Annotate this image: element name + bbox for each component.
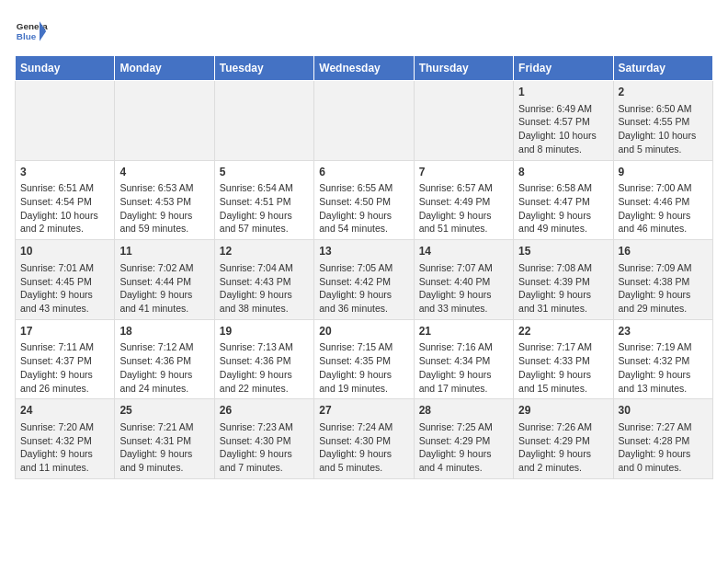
day-detail: Daylight: 9 hours and 19 minutes. <box>319 368 408 395</box>
day-detail: Sunset: 4:50 PM <box>319 195 408 209</box>
day-detail: Daylight: 9 hours and 36 minutes. <box>319 288 408 315</box>
day-detail: Sunrise: 7:17 AM <box>518 340 608 354</box>
day-detail: Sunrise: 7:19 AM <box>619 340 708 354</box>
calendar-cell: 22Sunrise: 7:17 AMSunset: 4:33 PMDayligh… <box>514 319 613 399</box>
day-detail: Daylight: 9 hours and 13 minutes. <box>619 368 708 395</box>
calendar-cell <box>414 81 513 161</box>
day-detail: Sunrise: 7:16 AM <box>419 340 508 354</box>
calendar-cell <box>314 81 414 161</box>
day-detail: Daylight: 9 hours and 24 minutes. <box>119 368 209 395</box>
day-detail: Sunrise: 6:57 AM <box>419 181 508 195</box>
day-detail: Daylight: 9 hours and 41 minutes. <box>119 288 209 315</box>
day-detail: Daylight: 10 hours and 8 minutes. <box>518 129 608 155</box>
day-detail: Sunset: 4:29 PM <box>419 434 508 448</box>
calendar-cell: 24Sunrise: 7:20 AMSunset: 4:32 PMDayligh… <box>16 399 115 479</box>
day-detail: Sunset: 4:32 PM <box>619 354 708 368</box>
day-detail: Daylight: 9 hours and 9 minutes. <box>119 447 209 474</box>
day-number: 11 <box>119 244 209 259</box>
calendar-cell <box>214 81 313 161</box>
day-detail: Sunset: 4:47 PM <box>518 195 608 209</box>
day-detail: Sunset: 4:55 PM <box>619 115 708 129</box>
calendar-cell: 29Sunrise: 7:26 AMSunset: 4:29 PMDayligh… <box>514 399 613 479</box>
day-detail: Sunrise: 7:08 AM <box>518 261 608 275</box>
day-detail: Daylight: 10 hours and 2 minutes. <box>20 209 109 236</box>
day-number: 20 <box>319 324 408 339</box>
calendar-cell: 23Sunrise: 7:19 AMSunset: 4:32 PMDayligh… <box>613 319 712 399</box>
day-detail: Sunrise: 7:00 AM <box>619 181 708 195</box>
day-detail: Daylight: 9 hours and 51 minutes. <box>419 209 508 236</box>
day-detail: Sunset: 4:33 PM <box>518 354 608 368</box>
day-detail: Sunset: 4:54 PM <box>20 195 109 209</box>
day-number: 6 <box>319 165 408 180</box>
column-header-friday: Friday <box>514 56 613 81</box>
day-detail: Daylight: 9 hours and 4 minutes. <box>419 447 508 474</box>
calendar-cell: 10Sunrise: 7:01 AMSunset: 4:45 PMDayligh… <box>16 240 115 320</box>
calendar-cell: 30Sunrise: 7:27 AMSunset: 4:28 PMDayligh… <box>613 399 712 479</box>
calendar-table: SundayMondayTuesdayWednesdayThursdayFrid… <box>15 55 713 479</box>
day-number: 28 <box>419 403 508 419</box>
day-detail: Sunset: 4:46 PM <box>619 195 708 209</box>
calendar-cell: 13Sunrise: 7:05 AMSunset: 4:42 PMDayligh… <box>314 240 414 320</box>
day-detail: Sunrise: 7:23 AM <box>220 420 309 434</box>
calendar-cell: 2Sunrise: 6:50 AMSunset: 4:55 PMDaylight… <box>613 81 712 161</box>
day-detail: Sunset: 4:30 PM <box>319 434 408 448</box>
day-detail: Daylight: 9 hours and 43 minutes. <box>20 288 109 315</box>
column-header-tuesday: Tuesday <box>214 56 313 81</box>
day-detail: Daylight: 9 hours and 15 minutes. <box>518 368 608 395</box>
day-detail: Sunrise: 7:21 AM <box>119 420 209 434</box>
day-number: 13 <box>319 244 408 259</box>
day-detail: Sunset: 4:42 PM <box>319 275 408 289</box>
day-detail: Daylight: 9 hours and 33 minutes. <box>419 288 508 315</box>
day-detail: Sunset: 4:44 PM <box>119 275 209 289</box>
day-detail: Daylight: 9 hours and 29 minutes. <box>619 288 708 315</box>
calendar-cell: 27Sunrise: 7:24 AMSunset: 4:30 PMDayligh… <box>314 399 414 479</box>
day-detail: Daylight: 9 hours and 38 minutes. <box>220 288 309 315</box>
day-detail: Sunrise: 7:20 AM <box>20 420 109 434</box>
day-detail: Sunset: 4:49 PM <box>419 195 508 209</box>
logo-icon: General Blue <box>15 15 48 48</box>
day-detail: Sunset: 4:29 PM <box>518 434 608 448</box>
day-number: 25 <box>119 403 209 419</box>
day-detail: Sunset: 4:51 PM <box>220 195 309 209</box>
column-header-wednesday: Wednesday <box>314 56 414 81</box>
calendar-cell: 19Sunrise: 7:13 AMSunset: 4:36 PMDayligh… <box>214 319 313 399</box>
calendar-cell: 26Sunrise: 7:23 AMSunset: 4:30 PMDayligh… <box>214 399 313 479</box>
day-detail: Sunrise: 6:53 AM <box>119 181 209 195</box>
day-number: 21 <box>419 324 508 339</box>
day-detail: Daylight: 9 hours and 7 minutes. <box>220 447 309 474</box>
day-detail: Sunset: 4:57 PM <box>518 115 608 129</box>
day-detail: Sunset: 4:40 PM <box>419 275 508 289</box>
day-detail: Sunset: 4:32 PM <box>20 434 109 448</box>
day-number: 30 <box>619 403 708 419</box>
calendar-cell: 14Sunrise: 7:07 AMSunset: 4:40 PMDayligh… <box>414 240 513 320</box>
day-detail: Sunrise: 7:05 AM <box>319 261 408 275</box>
week-row-3: 10Sunrise: 7:01 AMSunset: 4:45 PMDayligh… <box>16 240 713 320</box>
day-detail: Sunrise: 7:01 AM <box>20 261 109 275</box>
day-detail: Daylight: 9 hours and 31 minutes. <box>518 288 608 315</box>
day-number: 29 <box>518 403 608 419</box>
day-number: 1 <box>518 85 608 100</box>
day-detail: Sunset: 4:39 PM <box>518 275 608 289</box>
calendar-cell <box>115 81 214 161</box>
logo: General Blue <box>15 15 48 48</box>
calendar-cell: 25Sunrise: 7:21 AMSunset: 4:31 PMDayligh… <box>115 399 214 479</box>
day-number: 16 <box>619 244 708 259</box>
calendar-cell: 5Sunrise: 6:54 AMSunset: 4:51 PMDaylight… <box>214 160 313 240</box>
day-number: 5 <box>220 165 309 180</box>
calendar-cell: 4Sunrise: 6:53 AMSunset: 4:53 PMDaylight… <box>115 160 214 240</box>
calendar-cell: 12Sunrise: 7:04 AMSunset: 4:43 PMDayligh… <box>214 240 313 320</box>
column-header-thursday: Thursday <box>414 56 513 81</box>
day-detail: Daylight: 9 hours and 0 minutes. <box>619 447 708 474</box>
header-row: SundayMondayTuesdayWednesdayThursdayFrid… <box>16 56 713 81</box>
day-detail: Sunset: 4:34 PM <box>419 354 508 368</box>
column-header-sunday: Sunday <box>16 56 115 81</box>
day-number: 26 <box>220 403 309 419</box>
day-detail: Daylight: 9 hours and 57 minutes. <box>220 209 309 236</box>
calendar-cell: 8Sunrise: 6:58 AMSunset: 4:47 PMDaylight… <box>514 160 613 240</box>
day-number: 22 <box>518 324 608 339</box>
day-detail: Sunset: 4:53 PM <box>119 195 209 209</box>
day-number: 10 <box>20 244 109 259</box>
day-detail: Sunset: 4:28 PM <box>619 434 708 448</box>
calendar-cell: 17Sunrise: 7:11 AMSunset: 4:37 PMDayligh… <box>16 319 115 399</box>
day-detail: Daylight: 9 hours and 2 minutes. <box>518 447 608 474</box>
